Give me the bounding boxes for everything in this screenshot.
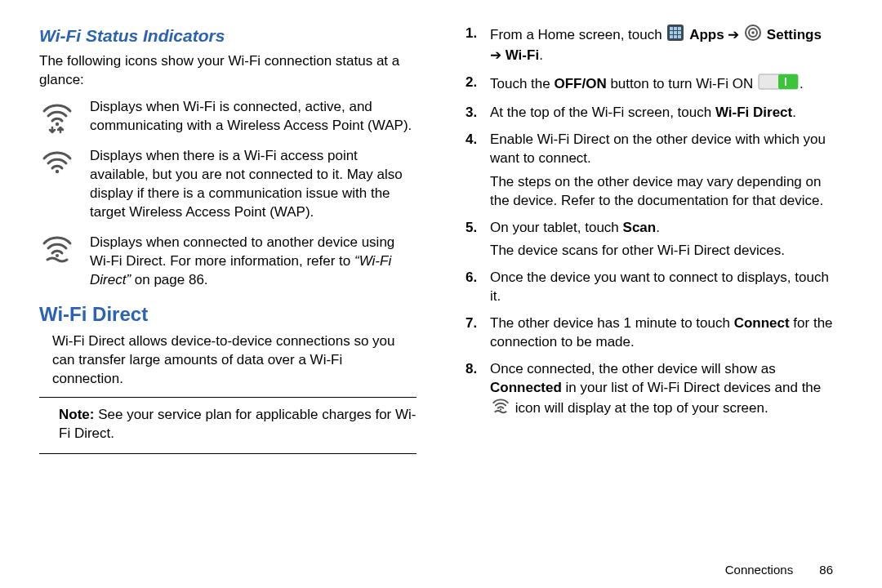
step-4: Enable Wi-Fi Direct on the other device … [466, 131, 843, 211]
svg-point-0 [56, 122, 59, 126]
indicator-row-available: Displays when there is a Wi-Fi access po… [39, 147, 416, 222]
step-7: The other device has 1 minute to touch C… [466, 314, 843, 352]
note: Note: See your service plan for applicab… [39, 404, 416, 445]
page-footer: Connections 86 [725, 562, 833, 578]
svg-point-2 [56, 254, 59, 257]
step-3: At the top of the Wi-Fi screen, touch Wi… [466, 104, 843, 122]
steps-list: From a Home screen, touch Apps ➔ Setting… [466, 24, 843, 420]
svg-rect-10 [670, 35, 673, 38]
step-8: Once connected, the other device will sh… [466, 360, 843, 420]
heading-wifi-direct: Wi-Fi Direct [39, 301, 416, 327]
wifi-direct-small-icon [492, 398, 510, 420]
right-column: From a Home screen, touch Apps ➔ Setting… [466, 24, 843, 588]
indicator-text-direct: Displays when connected to another devic… [90, 234, 416, 290]
svg-rect-6 [678, 27, 681, 30]
wifi-direct-icon [39, 234, 75, 290]
wifi-available-icon [39, 147, 75, 222]
step-1: From a Home screen, touch Apps ➔ Setting… [466, 24, 843, 65]
svg-rect-9 [678, 31, 681, 34]
settings-icon [745, 24, 761, 47]
indicator-row-direct: Displays when connected to another devic… [39, 234, 416, 290]
svg-point-1 [56, 170, 59, 173]
page-number: 86 [819, 563, 833, 577]
step-6: Once the device you want to connect to d… [466, 269, 843, 306]
svg-rect-7 [670, 31, 673, 34]
intro-text: The following icons show your Wi-Fi conn… [39, 52, 416, 90]
svg-rect-18 [785, 78, 786, 86]
apps-icon [667, 24, 684, 47]
svg-rect-5 [674, 27, 677, 30]
step-4-sub: The steps on the other device may vary d… [490, 173, 843, 211]
svg-rect-4 [670, 27, 673, 30]
toggle-on-icon [759, 74, 798, 96]
svg-rect-8 [674, 31, 677, 34]
indicator-text-available: Displays when there is a Wi-Fi access po… [90, 147, 416, 222]
svg-point-15 [751, 31, 755, 34]
svg-rect-11 [674, 35, 677, 38]
svg-rect-12 [678, 35, 681, 38]
divider [39, 397, 416, 398]
wifi-direct-desc: Wi-Fi Direct allows device-to-device con… [39, 332, 416, 389]
svg-point-19 [500, 408, 501, 410]
divider [39, 453, 416, 454]
section-label: Connections [725, 563, 793, 577]
step-5: On your tablet, touch Scan. The device s… [466, 219, 843, 261]
step-2: Touch the OFF/ON button to turn Wi-Fi ON… [466, 74, 843, 96]
indicator-text-active: Displays when Wi-Fi is connected, active… [90, 98, 416, 136]
left-column: Wi-Fi Status Indicators The following ic… [39, 24, 416, 588]
svg-rect-17 [778, 74, 798, 89]
indicator-row-active: Displays when Wi-Fi is connected, active… [39, 98, 416, 136]
wifi-active-icon [39, 98, 75, 136]
heading-wifi-status: Wi-Fi Status Indicators [39, 24, 416, 47]
step-5-sub: The device scans for other Wi-Fi Direct … [490, 242, 843, 261]
